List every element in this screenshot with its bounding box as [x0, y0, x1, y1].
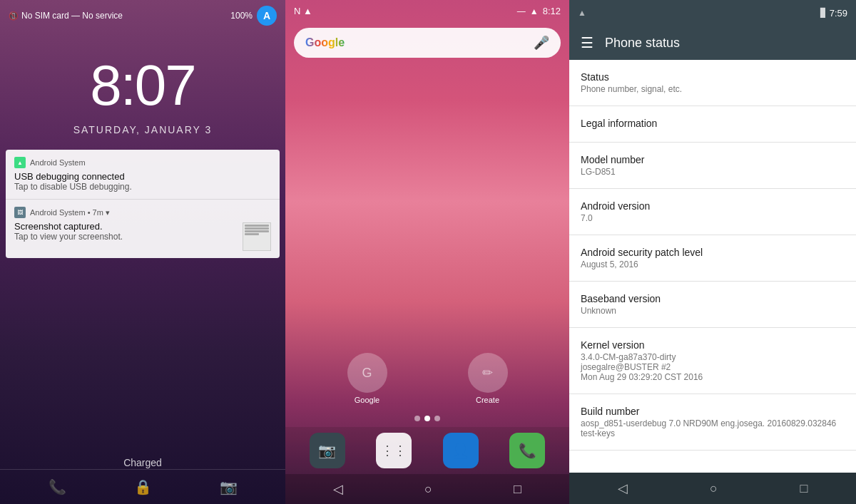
status-top-icons-right: ▊ 7:59 [820, 8, 847, 19]
contacts-dock-app[interactable]: 👤 [443, 433, 479, 468]
status-item-sub-2: LG-D851 [581, 167, 845, 177]
home-page-dots [285, 410, 569, 427]
apps-dock-icon: ⋮⋮ [381, 443, 407, 458]
status-item-legal[interactable]: Legal information [569, 106, 856, 143]
lock-notifications: ▲ Android System USB debugging connected… [6, 150, 280, 258]
status-item-baseband[interactable]: Baseband version Unknown [569, 282, 856, 328]
home-status-bar: N ▲ — ▲ 8:12 [285, 0, 569, 22]
notif-text-2: Screenshot captured. Tap to view your sc… [14, 221, 123, 242]
home-nav-btn[interactable]: ○ [424, 482, 432, 497]
home-app-google[interactable]: G Google [347, 353, 387, 404]
notif-body-2: Tap to view your screenshot. [14, 232, 123, 242]
phone-dock-app[interactable]: 📞 [509, 433, 545, 468]
status-back-btn[interactable]: ◁ [618, 480, 628, 496]
status-item-sub-7: aosp_d851-userdebug 7.0 NRD90M eng.joseg… [581, 418, 845, 438]
lock-status-bar: 📵 No SIM card — No service 100% A [0, 0, 285, 31]
lock-time: 8:07 [0, 53, 285, 118]
status-item-android-version[interactable]: Android version 7.0 [569, 189, 856, 235]
sim-icon: 📵 [9, 11, 19, 21]
status-battery-icon: ▊ [820, 8, 827, 18]
hamburger-menu[interactable]: ☰ [581, 34, 593, 51]
battery-text: 100% [230, 11, 253, 21]
home-wifi-icon: ▲ [530, 6, 539, 16]
status-top-bar: ▲ ▊ 7:59 [569, 0, 856, 26]
lock-bottom-bar: 📞 🔒 📷 [0, 469, 285, 504]
android-system-icon: ▲ [14, 157, 26, 168]
status-recents-btn[interactable]: □ [800, 481, 807, 496]
notif-app-2: Android System • 7m ▾ [30, 208, 110, 217]
mic-icon[interactable]: 🎤 [534, 35, 549, 51]
screenshot-icon: 🖼 [14, 207, 26, 218]
avatar: A [257, 6, 277, 26]
dot-3 [434, 416, 440, 421]
notif-second: Screenshot captured. Tap to view your sc… [14, 221, 271, 251]
recents-nav-btn[interactable]: □ [514, 482, 521, 497]
notif-app-1: Android System [30, 158, 86, 167]
status-item-title-7: Build number [581, 406, 845, 417]
lock-status-right: 100% A [230, 6, 277, 26]
status-item-title-3: Android version [581, 200, 845, 212]
status-item-kernel[interactable]: Kernel version 3.4.0-CM-ga87a370-dirty j… [569, 328, 856, 394]
home-screen-panel: N ▲ — ▲ 8:12 Google 🎤 G Google ✏ Create [285, 0, 569, 504]
back-nav-btn[interactable]: ◁ [333, 481, 343, 497]
home-status-icon-n: N ▲ [294, 6, 312, 16]
home-app-create[interactable]: ✏ Create [468, 353, 508, 404]
status-header: ☰ Phone status [569, 26, 856, 60]
apps-dock-app[interactable]: ⋮⋮ [376, 433, 412, 468]
status-item-sub-4: August 5, 2016 [581, 259, 845, 269]
home-status-icons-left: N ▲ [294, 6, 312, 16]
lock-status-left: 📵 No SIM card — No service [9, 11, 123, 21]
notif-header-1: ▲ Android System [14, 157, 271, 168]
google-logo: Google [305, 36, 345, 49]
status-page-title: Phone status [605, 36, 845, 51]
charged-text: Charged [0, 457, 285, 468]
status-item-title-6: Kernel version [581, 339, 845, 351]
google-search-bar[interactable]: Google 🎤 [294, 28, 561, 58]
lock-icon[interactable]: 🔒 [134, 478, 152, 495]
status-home-btn[interactable]: ○ [710, 481, 718, 496]
no-sim-text: No SIM card — No service [21, 11, 123, 21]
home-app-row: G Google ✏ Create [285, 353, 569, 404]
notification-usb[interactable]: ▲ Android System USB debugging connected… [6, 150, 280, 200]
screenshot-thumbnail [243, 222, 271, 251]
status-list: Status Phone number, signal, etc. Legal … [569, 60, 856, 473]
thumb-line [245, 225, 269, 227]
status-item-title-5: Baseband version [581, 293, 845, 304]
home-dock: 📷 ⋮⋮ 👤 📞 [285, 427, 569, 474]
create-app-icon: ✏ [468, 353, 508, 393]
home-time: 8:12 [543, 6, 561, 16]
status-item-model[interactable]: Model number LG-D851 [569, 143, 856, 189]
status-item-title-1: Legal information [581, 118, 845, 129]
notif-body-1: Tap to disable USB debugging. [14, 182, 271, 192]
phone-icon[interactable]: 📞 [49, 478, 66, 495]
dot-2 [424, 416, 430, 421]
camera-dock-app[interactable]: 📷 [310, 433, 345, 468]
status-item-sub-3: 7.0 [581, 213, 845, 223]
lock-screen-panel: 📵 No SIM card — No service 100% A 8:07 S… [0, 0, 285, 504]
status-nav-bar: ◁ ○ □ [569, 473, 856, 504]
google-app-label: Google [355, 396, 379, 404]
thumb-line [245, 227, 269, 230]
notif-title-1: USB debugging connected [14, 171, 271, 182]
phone-dock-icon: 📞 [519, 442, 536, 459]
phone-status-panel: ▲ ▊ 7:59 ☰ Phone status Status Phone num… [569, 0, 856, 504]
dot-1 [414, 416, 420, 421]
notif-header-2: 🖼 Android System • 7m ▾ [14, 207, 271, 218]
status-item-title-4: Android security patch level [581, 247, 845, 258]
home-battery-icon: — [517, 6, 526, 16]
lock-date: SATURDAY, JANUARY 3 [0, 124, 285, 135]
thumb-line [245, 230, 269, 232]
notif-title-2: Screenshot captured. [14, 221, 123, 232]
camera-icon[interactable]: 📷 [220, 478, 238, 495]
status-item-title-0: Status [581, 71, 845, 83]
camera-dock-icon: 📷 [318, 442, 336, 459]
status-item-title-2: Model number [581, 154, 845, 165]
status-item-security-patch[interactable]: Android security patch level August 5, 2… [569, 235, 856, 282]
notification-screenshot[interactable]: 🖼 Android System • 7m ▾ Screenshot captu… [6, 200, 280, 258]
status-item-build[interactable]: Build number aosp_d851-userdebug 7.0 NRD… [569, 394, 856, 451]
contacts-dock-icon: 👤 [452, 442, 469, 459]
status-item-sub-6: 3.4.0-CM-ga87a370-dirty josegalre@BUSTER… [581, 352, 845, 382]
status-top-icons-left: ▲ [578, 8, 586, 18]
status-item-status[interactable]: Status Phone number, signal, etc. [569, 60, 856, 106]
status-item-sub-0: Phone number, signal, etc. [581, 84, 845, 94]
